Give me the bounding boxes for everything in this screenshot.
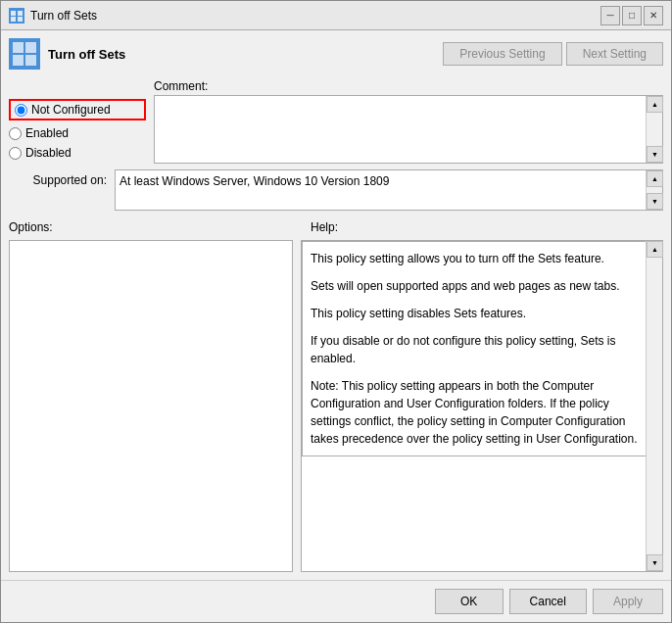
svg-rect-3 [18,17,23,22]
window-title: Turn off Sets [30,9,97,23]
title-bar-controls: ─ □ ✕ [600,6,663,25]
help-panel-wrapper: This policy setting allows you to turn o… [301,240,663,572]
comment-section: Comment: ▲ ▼ [154,79,663,164]
supported-value: At least Windows Server, Windows 10 Vers… [116,170,662,192]
enabled-label: Enabled [25,126,69,140]
svg-rect-0 [11,11,16,16]
radio-section: Not Configured Enabled Disabled [9,79,146,164]
options-section-label: Options: [9,220,303,234]
supported-scroll-down[interactable]: ▼ [647,193,663,210]
supported-scrollbar: ▲ ▼ [646,170,662,210]
content-area: Turn off Sets Previous Setting Next Sett… [1,30,671,580]
comment-textarea[interactable] [155,96,646,163]
help-panel: This policy setting allows you to turn o… [302,241,662,456]
comment-label: Comment: [154,79,663,93]
main-body: Not Configured Enabled Disabled Comment: [9,79,663,572]
maximize-button[interactable]: □ [622,6,642,25]
svg-rect-5 [25,42,36,53]
not-configured-option[interactable]: Not Configured [9,99,146,120]
supported-label: Supported on: [9,169,107,187]
nav-buttons: Previous Setting Next Setting [443,42,663,66]
prev-setting-button[interactable]: Previous Setting [443,42,561,66]
help-paragraph: This policy setting disables Sets featur… [311,305,642,322]
section-labels: Options: Help: [9,220,663,234]
help-paragraph: This policy setting allows you to turn o… [311,250,642,267]
help-paragraph: Sets will open supported apps and web pa… [311,277,642,295]
comment-scroll-up[interactable]: ▲ [647,96,663,113]
svg-rect-4 [13,42,24,53]
header-policy-icon [9,38,40,70]
enabled-radio[interactable] [9,127,22,140]
title-bar: Turn off Sets ─ □ ✕ [1,1,671,30]
apply-button[interactable]: Apply [593,589,663,614]
help-scroll-up[interactable]: ▲ [647,241,663,258]
help-scroll-down[interactable]: ▼ [647,554,663,571]
help-paragraph: If you disable or do not configure this … [311,332,642,367]
options-panel [9,240,293,572]
disabled-option[interactable]: Disabled [9,146,146,160]
supported-box-wrapper: At least Windows Server, Windows 10 Vers… [115,169,663,211]
help-section-label: Help: [311,220,338,234]
svg-rect-1 [18,11,23,16]
not-configured-radio[interactable] [15,104,27,117]
comment-scrollbar: ▲ ▼ [646,96,662,163]
comment-scroll-track [647,113,662,146]
top-section: Not Configured Enabled Disabled Comment: [9,79,663,164]
main-window: Turn off Sets ─ □ ✕ Turn off Sets [0,0,672,623]
footer: OK Cancel Apply [1,580,671,622]
cancel-button[interactable]: Cancel [509,589,587,614]
header-section: Turn off Sets Previous Setting Next Sett… [9,38,663,70]
svg-rect-7 [25,55,36,66]
minimize-button[interactable]: ─ [600,6,620,25]
next-setting-button[interactable]: Next Setting [566,42,663,66]
disabled-label: Disabled [25,146,72,160]
header-left: Turn off Sets [9,38,125,70]
supported-section: Supported on: At least Windows Server, W… [9,169,663,211]
help-paragraph: Note: This policy setting appears in bot… [311,377,642,448]
title-bar-left: Turn off Sets [9,8,97,24]
supported-scroll-up[interactable]: ▲ [647,170,663,187]
bottom-panels: This policy setting allows you to turn o… [9,240,663,572]
window-icon [9,8,24,24]
enabled-option[interactable]: Enabled [9,126,146,140]
ok-button[interactable]: OK [435,589,504,614]
svg-rect-6 [13,55,24,66]
comment-box-wrapper: ▲ ▼ [154,95,663,164]
dialog-title: Turn off Sets [48,47,125,62]
disabled-radio[interactable] [9,147,22,160]
svg-rect-2 [11,17,16,22]
not-configured-label: Not Configured [31,103,111,117]
close-button[interactable]: ✕ [644,6,663,25]
comment-scroll-down[interactable]: ▼ [647,146,663,163]
help-scrollbar: ▲ ▼ [646,241,662,571]
help-scroll-track [647,258,662,554]
